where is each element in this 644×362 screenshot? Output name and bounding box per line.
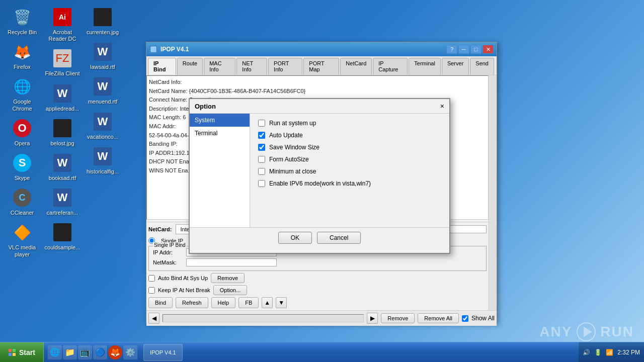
desktop-icon-couldsample[interactable]: couldsample... bbox=[42, 219, 83, 254]
tab-net-info[interactable]: NET Info bbox=[236, 58, 267, 75]
taskbar-task-label: IPOP V4.1 bbox=[150, 349, 176, 355]
currenten-icon bbox=[93, 7, 113, 27]
option-sidebar-system[interactable]: System bbox=[190, 114, 250, 127]
desktop-icon-vacation[interactable]: W vacationco... bbox=[83, 109, 123, 143]
keep-ip-checkbox[interactable] bbox=[148, 287, 155, 294]
desktop-icons-col3: currenten.jpg W lawsaid.rtf W menuend.rt… bbox=[80, 0, 125, 182]
bind-button[interactable]: Bind bbox=[148, 297, 173, 308]
opera-icon: O bbox=[12, 118, 32, 138]
auto-update-checkbox[interactable] bbox=[258, 132, 265, 139]
tab-ip-bind[interactable]: IP Bind bbox=[148, 58, 176, 75]
option-sidebar-terminal[interactable]: Terminal bbox=[190, 127, 250, 140]
taskbar-chrome-icon[interactable]: 🔵 bbox=[93, 345, 107, 359]
nav-down-btn[interactable]: ▼ bbox=[276, 297, 287, 308]
anyrun-watermark: ANY RUN bbox=[539, 322, 634, 342]
tray-icon-2[interactable]: 🔋 bbox=[594, 349, 602, 356]
taskbar-task-ipop[interactable]: IPOP V4.1 bbox=[143, 344, 183, 361]
desktop-icon-skype[interactable]: S Skype bbox=[2, 150, 42, 185]
option-dialog-title: Option bbox=[195, 103, 216, 110]
belost-label: belost.jpg bbox=[50, 140, 74, 147]
option-button[interactable]: Option... bbox=[213, 285, 248, 295]
scroll-right-btn[interactable]: ▶ bbox=[367, 313, 378, 324]
desktop-icon-firefox[interactable]: 🦊 Firefox bbox=[2, 39, 42, 73]
auto-bind-checkbox[interactable] bbox=[148, 275, 155, 282]
desktop-icon-chrome[interactable]: 🌐 Google Chrome bbox=[2, 73, 42, 115]
ok-button[interactable]: OK bbox=[278, 232, 312, 244]
restore-btn[interactable]: □ bbox=[470, 45, 481, 54]
run-at-startup-label: Run at system up bbox=[269, 120, 316, 127]
option-sidebar: System Terminal bbox=[190, 114, 250, 227]
fb-button[interactable]: FB bbox=[238, 297, 259, 308]
remove-button-bottom[interactable]: Remove bbox=[381, 313, 415, 323]
option-minimum-at-close: Minimum at close bbox=[258, 168, 441, 175]
scroll-left-btn[interactable]: ◀ bbox=[148, 313, 159, 324]
remove-button-mid[interactable]: Remove bbox=[211, 273, 245, 283]
show-all-checkbox[interactable] bbox=[462, 315, 468, 322]
lawsaid-label: lawsaid.rtf bbox=[90, 64, 115, 70]
lawsaid-icon: W bbox=[93, 42, 113, 62]
help-title-btn[interactable]: ? bbox=[446, 45, 457, 54]
desktop-icon-ccleaner[interactable]: C CCleaner bbox=[2, 185, 42, 219]
desktop-icon-appliedread[interactable]: W appliedread... bbox=[42, 80, 83, 115]
minimum-at-close-label: Minimum at close bbox=[269, 168, 316, 175]
save-window-size-checkbox[interactable] bbox=[258, 144, 265, 151]
help-button[interactable]: Help bbox=[211, 297, 236, 308]
tab-route[interactable]: Route bbox=[177, 58, 203, 75]
tab-port-info[interactable]: PORT Info bbox=[268, 58, 302, 75]
start-button[interactable]: Start bbox=[0, 342, 44, 363]
desktop-icon-currenten[interactable]: currenten.jpg bbox=[83, 4, 123, 39]
run-at-startup-checkbox[interactable] bbox=[258, 120, 265, 127]
window-title: IPOP V4.1 bbox=[160, 46, 446, 53]
taskbar-extra-icon[interactable]: ⚙️ bbox=[123, 345, 137, 359]
taskbar-explorer-icon[interactable]: 📁 bbox=[63, 345, 77, 359]
cancel-button[interactable]: Cancel bbox=[317, 232, 361, 244]
cartrefer-icon: W bbox=[52, 188, 72, 208]
minimize-btn[interactable]: ─ bbox=[458, 45, 469, 54]
option-close-btn[interactable]: × bbox=[440, 102, 444, 110]
remove-all-button[interactable]: Remove All bbox=[418, 313, 459, 323]
tab-server[interactable]: Server bbox=[442, 58, 469, 75]
tab-mac-info[interactable]: MAC Info bbox=[204, 58, 235, 75]
desktop-icon-menuend[interactable]: W menuend.rtf bbox=[83, 73, 123, 108]
taskbar-media-icon[interactable]: 📺 bbox=[78, 345, 92, 359]
tray-icon-network[interactable]: 📶 bbox=[606, 349, 613, 356]
filezilla-icon: FZ bbox=[52, 48, 72, 68]
tab-send[interactable]: Send bbox=[470, 58, 494, 75]
desktop-icon-cartrefer[interactable]: W cartreferan... bbox=[42, 185, 83, 219]
tab-ip-capture[interactable]: IP Capture bbox=[373, 58, 408, 75]
enable-ipv6-checkbox[interactable] bbox=[258, 180, 265, 187]
taskbar-firefox-icon[interactable]: 🦊 bbox=[108, 345, 122, 359]
desktop-icon-lawsaid[interactable]: W lawsaid.rtf bbox=[83, 39, 123, 73]
refresh-button[interactable]: Refresh bbox=[176, 297, 208, 308]
option-enable-ipv6: Enable IPV6 mode(work in vista,win7) bbox=[258, 180, 441, 187]
minimum-at-close-checkbox[interactable] bbox=[258, 168, 265, 175]
taskbar-ie-icon[interactable]: 🌐 bbox=[48, 345, 62, 359]
tab-port-map[interactable]: PORT Map bbox=[303, 58, 339, 75]
taskbar-quick-launch: 🌐 📁 📺 🔵 🦊 ⚙️ bbox=[44, 345, 141, 359]
scrollbar-horizontal[interactable] bbox=[163, 314, 364, 322]
auto-update-label: Auto Update bbox=[269, 132, 303, 139]
desktop-icon-historical[interactable]: W historicalfig... bbox=[83, 143, 123, 178]
form-autosize-checkbox[interactable] bbox=[258, 156, 265, 163]
appliedread-label: appliedread... bbox=[46, 106, 79, 112]
netmask-input[interactable] bbox=[186, 258, 277, 266]
desktop-icon-acrobat[interactable]: Ai Acrobat Reader DC bbox=[42, 4, 83, 45]
desktop-icon-vlc[interactable]: 🔶 VLC media player bbox=[2, 219, 42, 260]
desktop-icon-recycle-bin[interactable]: 🗑️ Recycle Bin bbox=[2, 4, 42, 39]
scrollbar-vertical[interactable] bbox=[489, 75, 497, 310]
tab-terminal[interactable]: Terminal bbox=[409, 58, 441, 75]
nav-up-btn[interactable]: ▲ bbox=[262, 297, 273, 308]
bottom-button-row: Bind Refresh Help FB ▲ ▼ bbox=[148, 297, 487, 308]
tray-icon-1[interactable]: 🔊 bbox=[583, 349, 590, 356]
desktop-icon-belost[interactable]: belost.jpg bbox=[42, 115, 83, 150]
anyrun-text: ANY bbox=[539, 324, 572, 340]
tab-netcard[interactable]: NetCard bbox=[340, 58, 372, 75]
recycle-bin-icon: 🗑️ bbox=[12, 7, 32, 27]
option-save-window-size: Save Window Size bbox=[258, 144, 441, 151]
ccleaner-icon: C bbox=[12, 188, 32, 208]
desktop-icon-booksad[interactable]: W booksad.rtf bbox=[42, 150, 83, 185]
desktop-icon-opera[interactable]: O Opera bbox=[2, 115, 42, 150]
desktop-icon-filezilla[interactable]: FZ FileZilla Client bbox=[42, 45, 83, 80]
close-btn[interactable]: ✕ bbox=[482, 45, 494, 54]
desktop: 🗑️ Recycle Bin 🦊 Firefox 🌐 Google Chrome… bbox=[0, 0, 644, 362]
